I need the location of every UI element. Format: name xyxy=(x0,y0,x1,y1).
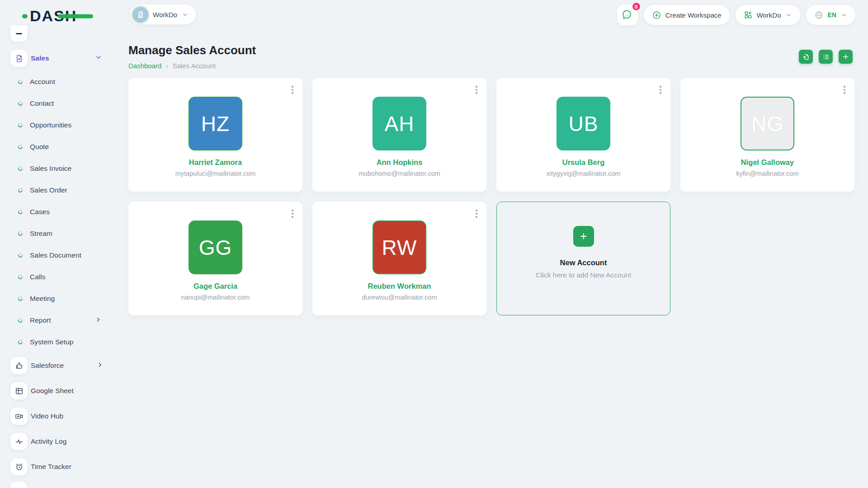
card-menu-button[interactable] xyxy=(842,84,847,96)
sidebar-item-opportunities[interactable]: Opportunities xyxy=(0,120,123,131)
create-workspace-button[interactable]: Create Workspace xyxy=(644,5,730,25)
activity-pulse-icon xyxy=(10,433,28,450)
sidebar-item-label: Cases xyxy=(30,208,50,216)
account-card: AH Ann Hopkins mubohomo@mailinator.com xyxy=(312,78,486,192)
sidebar-item-meeting[interactable]: Meeting xyxy=(0,293,123,304)
add-account-button[interactable] xyxy=(839,50,853,64)
sidebar-item-partial-top[interactable] xyxy=(10,25,28,42)
sidebar-item-label: Time Tracker xyxy=(31,463,71,471)
sidebar-item-contact[interactable]: Contact xyxy=(0,98,123,109)
sidebar-item-partial-bottom[interactable] xyxy=(10,482,28,488)
account-name-link[interactable]: Reuben Workman xyxy=(312,282,486,291)
alarm-clock-icon xyxy=(10,458,28,475)
thumbs-up-icon xyxy=(10,357,28,374)
accounts-grid: HZ Harriet Zamora mytapuluci@mailinator.… xyxy=(128,78,854,315)
bullet-icon xyxy=(17,187,24,193)
sidebar-item-quote[interactable]: Quote xyxy=(0,141,123,152)
sidebar-item-label: Activity Log xyxy=(31,437,66,446)
card-menu-button[interactable] xyxy=(474,84,479,96)
sidebar-item-sales-order[interactable]: Sales Order xyxy=(0,185,123,196)
sidebar-item-sales[interactable]: Sales xyxy=(0,50,123,67)
card-menu-button[interactable] xyxy=(290,84,295,96)
sidebar-item-sales-document[interactable]: Sales Document xyxy=(0,250,123,261)
bullet-icon xyxy=(17,252,24,258)
account-email: nanupi@mailinator.com xyxy=(128,294,302,301)
building-icon xyxy=(136,10,145,19)
bullet-icon xyxy=(17,230,24,237)
sidebar-item-time-tracker[interactable]: Time Tracker xyxy=(0,458,123,475)
bullet-icon xyxy=(17,100,24,107)
globe-icon xyxy=(814,10,824,20)
workdo-menu-button[interactable]: WorkDo xyxy=(736,5,800,25)
sidebar-item-label: Salesforce xyxy=(31,361,64,370)
account-email: mytapuluci@mailinator.com xyxy=(128,170,302,177)
sidebar-item-label: Calls xyxy=(30,273,45,281)
account-name-link[interactable]: Ursula Berg xyxy=(496,158,670,167)
account-card: RW Reuben Workman durewisu@mailinator.co… xyxy=(312,202,486,315)
card-menu-button[interactable] xyxy=(658,84,663,96)
sidebar-item-label: Account xyxy=(30,78,55,86)
chevron-down-icon xyxy=(785,12,792,19)
workdo-menu-label: WorkDo xyxy=(757,11,781,19)
breadcrumb-dashboard-link[interactable]: Dashboard xyxy=(128,62,161,70)
bullet-icon xyxy=(17,317,24,324)
sidebar-item-activity-log[interactable]: Activity Log xyxy=(0,433,123,450)
new-account-subtitle: Click here to add New Account xyxy=(536,271,631,279)
chevron-down-icon xyxy=(182,11,189,18)
account-email: kyfin@mailinator.com xyxy=(680,170,854,177)
breadcrumb: Dashboard › Sales Account xyxy=(128,62,854,70)
language-code: EN xyxy=(828,11,836,19)
bullet-icon xyxy=(17,79,24,85)
chat-bubble-icon xyxy=(622,9,633,21)
avatar: NG xyxy=(741,97,794,150)
avatar: HZ xyxy=(189,97,242,150)
account-email: durewisu@mailinator.com xyxy=(312,294,486,301)
sidebar-item-account[interactable]: Account xyxy=(0,76,123,87)
workspace-avatar xyxy=(132,7,148,23)
account-name-link[interactable]: Nigel Galloway xyxy=(680,158,854,167)
chevron-down-icon xyxy=(95,54,102,63)
sidebar-item-video-hub[interactable]: Video Hub xyxy=(0,408,123,425)
account-name-link[interactable]: Ann Hopkins xyxy=(312,158,486,167)
sidebar-item-label: Google Sheet xyxy=(31,387,74,395)
chevron-right-icon xyxy=(95,316,102,325)
app-logo[interactable]: DASH xyxy=(30,7,77,25)
workspace-switcher[interactable]: WorkDo xyxy=(130,5,196,24)
language-selector[interactable]: EN xyxy=(806,5,855,25)
account-name-link[interactable]: Harriet Zamora xyxy=(128,158,302,167)
avatar: UB xyxy=(557,97,610,150)
account-name-link[interactable]: Gage Garcia xyxy=(128,282,302,291)
account-email: xitygyxig@mailinator.com xyxy=(496,170,670,177)
sidebar-item-calls[interactable]: Calls xyxy=(0,272,123,282)
plus-icon xyxy=(573,226,594,247)
grid-plus-icon xyxy=(744,10,753,19)
sidebar-item-sales-invoice[interactable]: Sales Invoice xyxy=(0,163,123,174)
header: DASH WorkDo 0 Create Workspace WorkDo xyxy=(0,0,868,32)
new-account-card[interactable]: New Account Click here to add New Accoun… xyxy=(496,202,670,315)
logo-dash-icon xyxy=(22,14,28,18)
workspace-name: WorkDo xyxy=(153,11,177,19)
sidebar-item-system-setup[interactable]: System Setup xyxy=(0,337,123,347)
create-workspace-label: Create Workspace xyxy=(665,11,722,19)
logo-bar-icon xyxy=(58,14,93,19)
messages-button[interactable]: 0 xyxy=(617,5,638,25)
circled-plus-icon xyxy=(652,10,661,20)
sidebar-item-google-sheet[interactable]: Google Sheet xyxy=(0,382,123,399)
list-view-icon xyxy=(822,53,830,61)
sidebar-item-cases[interactable]: Cases xyxy=(0,206,123,217)
sidebar-item-label: Sales Document xyxy=(30,251,81,259)
account-card: GG Gage Garcia nanupi@mailinator.com xyxy=(128,202,302,315)
card-menu-button[interactable] xyxy=(474,208,479,220)
sidebar-item-report[interactable]: Report xyxy=(0,315,123,326)
header-actions: 0 Create Workspace WorkDo EN xyxy=(617,5,855,25)
sidebar-item-label: Stream xyxy=(30,230,52,238)
file-export-icon xyxy=(802,53,810,61)
breadcrumb-current: Sales Account xyxy=(173,62,216,70)
sidebar-item-stream[interactable]: Stream xyxy=(0,228,123,239)
bullet-icon xyxy=(17,296,24,302)
sidebar-item-salesforce[interactable]: Salesforce xyxy=(0,357,123,374)
export-button[interactable] xyxy=(799,50,813,64)
card-menu-button[interactable] xyxy=(290,208,295,220)
account-card: HZ Harriet Zamora mytapuluci@mailinator.… xyxy=(128,78,302,192)
list-view-button[interactable] xyxy=(819,50,833,64)
